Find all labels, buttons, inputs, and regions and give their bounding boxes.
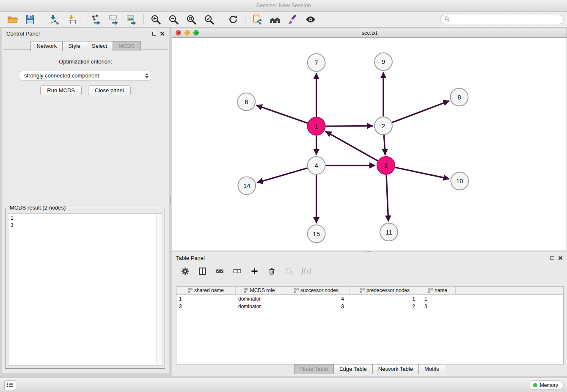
- graph-edge-2-3: [384, 135, 385, 155]
- table-cell[interactable]: 1: [420, 296, 456, 302]
- table-cell[interactable]: 3: [176, 304, 236, 309]
- save-session-button[interactable]: [21, 13, 39, 26]
- columns-icon: [198, 267, 207, 276]
- tab-node-table[interactable]: Node Table: [294, 364, 334, 374]
- tab-motifs[interactable]: Motifs: [418, 364, 445, 374]
- tab-mcds[interactable]: MCDS: [113, 41, 140, 51]
- close-panel-button[interactable]: Close panel: [88, 86, 131, 95]
- export-image-button[interactable]: [123, 13, 140, 26]
- graph-node-8[interactable]: 8: [450, 88, 468, 106]
- gear-button[interactable]: [179, 266, 190, 276]
- mcds-result-text: 1 3: [8, 214, 162, 230]
- float-table-panel-icon[interactable]: [550, 256, 554, 260]
- graph-node-11[interactable]: 11: [380, 223, 398, 241]
- zoom-selected-button[interactable]: [200, 13, 218, 26]
- export-table-button[interactable]: [105, 13, 123, 26]
- select-all-button[interactable]: [214, 266, 225, 276]
- toolbar-separator: [42, 14, 42, 25]
- table-cell[interactable]: 1: [350, 296, 420, 302]
- search-box[interactable]: [440, 15, 564, 24]
- graph-node-10[interactable]: 10: [451, 172, 468, 190]
- deselect-all-icon: [233, 267, 242, 276]
- toolbar-separator: [143, 14, 144, 25]
- tab-network-table[interactable]: Network Table: [372, 364, 419, 374]
- zoom-fit-icon: [186, 14, 197, 25]
- show-graphics-button[interactable]: [302, 13, 319, 26]
- window-close-icon[interactable]: [176, 30, 181, 36]
- network-canvas[interactable]: 7968124314101511: [172, 38, 567, 251]
- table-cell[interactable]: 1: [176, 296, 236, 302]
- export-table-icon: [108, 14, 119, 25]
- graph-node-1[interactable]: 1: [308, 117, 325, 135]
- run-mcds-button[interactable]: Run MCDS: [40, 86, 82, 95]
- gear-icon: [181, 267, 190, 276]
- table-cell[interactable]: 2: [350, 304, 420, 309]
- zoom-fit-button[interactable]: [182, 13, 200, 26]
- table-cell[interactable]: dominator: [236, 296, 283, 302]
- svg-text:1: 1: [314, 123, 318, 130]
- table-cell[interactable]: 4: [283, 296, 350, 302]
- style-icon: [287, 14, 298, 25]
- search-input[interactable]: [452, 17, 559, 23]
- refresh-icon: [228, 14, 239, 25]
- tab-network[interactable]: Network: [30, 41, 63, 51]
- result-scrollbar[interactable]: [156, 214, 162, 365]
- graph-node-15[interactable]: 15: [308, 225, 325, 243]
- horizontal-splitter-handle[interactable]: [363, 250, 373, 252]
- import-table-button[interactable]: [63, 13, 81, 26]
- column-header-label: successor nodes: [300, 287, 339, 293]
- column-header-predecessor-nodes[interactable]: predecessor nodes: [350, 287, 420, 294]
- tab-edge-table[interactable]: Edge Table: [333, 364, 373, 374]
- function-builder-button: f(x): [301, 266, 312, 276]
- delete-row-button[interactable]: [266, 266, 277, 276]
- graph-node-7[interactable]: 7: [308, 54, 325, 72]
- window-minimize-icon[interactable]: [184, 30, 190, 36]
- network-window-title: scc.txt: [172, 30, 567, 36]
- graph-node-4[interactable]: 4: [308, 157, 325, 174]
- column-header-shared-name[interactable]: shared name: [176, 287, 236, 294]
- window-title: Session: New Session: [0, 0, 567, 11]
- table-cell[interactable]: dominator: [236, 304, 283, 309]
- import-table-icon: [66, 14, 77, 25]
- tab-select[interactable]: Select: [86, 41, 113, 51]
- window-zoom-icon[interactable]: [193, 30, 199, 36]
- memory-button[interactable]: Memory: [529, 380, 564, 390]
- mcds-result-area: 1 3: [8, 213, 162, 366]
- column-header-MCDS-role[interactable]: MCDS role: [236, 287, 283, 294]
- zoom-in-button[interactable]: [147, 13, 165, 26]
- clone-network-button[interactable]: [248, 13, 266, 26]
- table-cell[interactable]: 3: [420, 304, 456, 309]
- list-icon: [7, 382, 14, 389]
- graph-node-14[interactable]: 14: [238, 177, 256, 195]
- close-table-panel-icon[interactable]: [558, 256, 563, 260]
- open-file-button[interactable]: [3, 13, 21, 26]
- close-panel-icon[interactable]: [160, 31, 165, 36]
- graph-node-2[interactable]: 2: [374, 117, 392, 135]
- add-row-button[interactable]: [249, 266, 260, 276]
- style-button[interactable]: [284, 13, 302, 26]
- graph-edge-1-6: [256, 105, 308, 123]
- zoom-out-button[interactable]: [165, 13, 182, 26]
- export-network-button[interactable]: [87, 13, 105, 26]
- columns-button[interactable]: [197, 266, 208, 276]
- home-button[interactable]: [266, 13, 284, 26]
- graph-node-3[interactable]: 3: [377, 157, 395, 174]
- table-row: 3dominator323: [176, 303, 563, 310]
- import-network-button[interactable]: [45, 13, 63, 26]
- column-header-name[interactable]: name: [420, 287, 456, 294]
- tab-style[interactable]: Style: [62, 41, 86, 51]
- column-header-successor-nodes[interactable]: successor nodes: [283, 287, 350, 294]
- dropdown-stepper-icon: [145, 73, 149, 78]
- task-history-button[interactable]: [4, 380, 16, 390]
- criterion-dropdown[interactable]: strongly connected component: [20, 71, 151, 80]
- control-panel-title: Control Panel: [6, 30, 40, 37]
- table-cell[interactable]: 3: [283, 304, 350, 309]
- vertical-splitter-handle[interactable]: [169, 195, 171, 205]
- float-panel-icon[interactable]: [152, 32, 156, 36]
- graph-node-6[interactable]: 6: [237, 93, 255, 110]
- column-sort-icon: [428, 288, 433, 293]
- open-file-icon: [7, 14, 18, 25]
- refresh-button[interactable]: [224, 13, 242, 26]
- graph-node-9[interactable]: 9: [374, 53, 392, 71]
- deselect-all-button[interactable]: [231, 266, 242, 276]
